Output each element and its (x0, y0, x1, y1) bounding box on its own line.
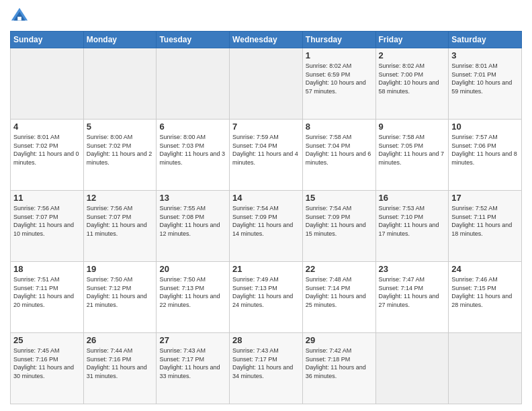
calendar-cell (375, 333, 449, 404)
day-info: Sunrise: 7:47 AM Sunset: 7:14 PM Dayligh… (379, 275, 446, 309)
calendar-cell: 1Sunrise: 8:02 AM Sunset: 6:59 PM Daylig… (302, 48, 375, 120)
day-info: Sunrise: 7:56 AM Sunset: 7:07 PM Dayligh… (87, 204, 154, 238)
day-number: 28 (232, 335, 300, 345)
calendar-cell (449, 333, 522, 404)
day-info: Sunrise: 7:50 AM Sunset: 7:13 PM Dayligh… (159, 275, 226, 309)
day-number: 23 (379, 264, 446, 274)
calendar-cell: 7Sunrise: 7:59 AM Sunset: 7:04 PM Daylig… (230, 120, 303, 191)
day-number: 15 (306, 193, 373, 203)
calendar-day-header: Tuesday (157, 32, 230, 48)
calendar-day-header: Friday (375, 32, 449, 48)
day-number: 11 (13, 193, 81, 203)
day-info: Sunrise: 7:51 AM Sunset: 7:11 PM Dayligh… (13, 275, 81, 309)
calendar-table: SundayMondayTuesdayWednesdayThursdayFrid… (10, 31, 522, 404)
calendar-cell (11, 48, 84, 120)
day-number: 20 (159, 264, 226, 274)
day-number: 6 (159, 122, 226, 132)
calendar-cell: 8Sunrise: 7:58 AM Sunset: 7:04 PM Daylig… (302, 120, 375, 191)
header (10, 7, 522, 26)
calendar-day-header: Monday (83, 32, 157, 48)
day-number: 5 (87, 122, 154, 132)
day-number: 9 (379, 122, 446, 132)
day-info: Sunrise: 7:46 AM Sunset: 7:15 PM Dayligh… (451, 275, 519, 309)
svg-rect-2 (17, 17, 21, 21)
day-number: 18 (13, 264, 81, 274)
calendar-cell: 22Sunrise: 7:48 AM Sunset: 7:14 PM Dayli… (302, 262, 375, 333)
day-info: Sunrise: 7:48 AM Sunset: 7:14 PM Dayligh… (306, 275, 373, 309)
day-info: Sunrise: 7:57 AM Sunset: 7:06 PM Dayligh… (451, 133, 519, 167)
day-info: Sunrise: 7:58 AM Sunset: 7:05 PM Dayligh… (379, 133, 446, 167)
calendar-cell: 26Sunrise: 7:44 AM Sunset: 7:16 PM Dayli… (83, 333, 157, 404)
calendar-day-header: Saturday (449, 32, 522, 48)
day-number: 1 (306, 50, 373, 60)
calendar-week-row: 4Sunrise: 8:01 AM Sunset: 7:02 PM Daylig… (11, 120, 522, 191)
calendar-cell: 15Sunrise: 7:54 AM Sunset: 7:09 PM Dayli… (302, 191, 375, 262)
day-number: 8 (306, 122, 373, 132)
day-info: Sunrise: 7:44 AM Sunset: 7:16 PM Dayligh… (87, 347, 154, 380)
calendar-cell: 12Sunrise: 7:56 AM Sunset: 7:07 PM Dayli… (83, 191, 157, 262)
day-number: 16 (379, 193, 446, 203)
day-number: 24 (451, 264, 519, 274)
day-info: Sunrise: 7:43 AM Sunset: 7:17 PM Dayligh… (232, 347, 300, 380)
calendar-cell: 17Sunrise: 7:52 AM Sunset: 7:11 PM Dayli… (449, 191, 522, 262)
day-info: Sunrise: 7:53 AM Sunset: 7:10 PM Dayligh… (379, 204, 446, 238)
day-info: Sunrise: 8:01 AM Sunset: 7:01 PM Dayligh… (451, 62, 519, 95)
day-number: 12 (87, 193, 154, 203)
day-number: 27 (159, 335, 226, 345)
day-number: 13 (159, 193, 226, 203)
calendar-day-header: Sunday (11, 32, 84, 48)
calendar-day-header: Thursday (302, 32, 375, 48)
day-number: 14 (232, 193, 300, 203)
calendar-cell: 2Sunrise: 8:02 AM Sunset: 7:00 PM Daylig… (375, 48, 449, 120)
day-info: Sunrise: 7:54 AM Sunset: 7:09 PM Dayligh… (232, 204, 300, 238)
calendar-week-row: 25Sunrise: 7:45 AM Sunset: 7:16 PM Dayli… (11, 333, 522, 404)
calendar-cell: 3Sunrise: 8:01 AM Sunset: 7:01 PM Daylig… (449, 48, 522, 120)
day-info: Sunrise: 7:52 AM Sunset: 7:11 PM Dayligh… (451, 204, 519, 238)
calendar-cell (83, 48, 157, 120)
calendar-cell: 23Sunrise: 7:47 AM Sunset: 7:14 PM Dayli… (375, 262, 449, 333)
calendar-cell: 5Sunrise: 8:00 AM Sunset: 7:02 PM Daylig… (83, 120, 157, 191)
calendar-cell: 28Sunrise: 7:43 AM Sunset: 7:17 PM Dayli… (230, 333, 303, 404)
calendar-cell: 29Sunrise: 7:42 AM Sunset: 7:18 PM Dayli… (302, 333, 375, 404)
day-info: Sunrise: 8:01 AM Sunset: 7:02 PM Dayligh… (13, 133, 81, 167)
logo-icon (10, 7, 29, 26)
day-number: 25 (13, 335, 81, 345)
calendar-cell: 20Sunrise: 7:50 AM Sunset: 7:13 PM Dayli… (157, 262, 230, 333)
calendar-cell (157, 48, 230, 120)
calendar-cell: 18Sunrise: 7:51 AM Sunset: 7:11 PM Dayli… (11, 262, 84, 333)
page: SundayMondayTuesdayWednesdayThursdayFrid… (0, 0, 532, 411)
day-number: 10 (451, 122, 519, 132)
day-number: 26 (87, 335, 154, 345)
day-number: 3 (451, 50, 519, 60)
day-info: Sunrise: 7:42 AM Sunset: 7:18 PM Dayligh… (306, 347, 373, 380)
calendar-cell: 27Sunrise: 7:43 AM Sunset: 7:17 PM Dayli… (157, 333, 230, 404)
calendar-cell: 24Sunrise: 7:46 AM Sunset: 7:15 PM Dayli… (449, 262, 522, 333)
day-info: Sunrise: 7:58 AM Sunset: 7:04 PM Dayligh… (306, 133, 373, 167)
calendar-week-row: 18Sunrise: 7:51 AM Sunset: 7:11 PM Dayli… (11, 262, 522, 333)
day-number: 2 (379, 50, 446, 60)
day-number: 17 (451, 193, 519, 203)
calendar-cell (230, 48, 303, 120)
calendar-cell: 4Sunrise: 8:01 AM Sunset: 7:02 PM Daylig… (11, 120, 84, 191)
day-info: Sunrise: 8:00 AM Sunset: 7:02 PM Dayligh… (87, 133, 154, 167)
calendar-week-row: 1Sunrise: 8:02 AM Sunset: 6:59 PM Daylig… (11, 48, 522, 120)
day-info: Sunrise: 7:56 AM Sunset: 7:07 PM Dayligh… (13, 204, 81, 238)
calendar-cell: 21Sunrise: 7:49 AM Sunset: 7:13 PM Dayli… (230, 262, 303, 333)
calendar-week-row: 11Sunrise: 7:56 AM Sunset: 7:07 PM Dayli… (11, 191, 522, 262)
calendar-cell: 25Sunrise: 7:45 AM Sunset: 7:16 PM Dayli… (11, 333, 84, 404)
day-info: Sunrise: 7:55 AM Sunset: 7:08 PM Dayligh… (159, 204, 226, 238)
day-number: 4 (13, 122, 81, 132)
day-info: Sunrise: 8:02 AM Sunset: 7:00 PM Dayligh… (379, 62, 446, 95)
day-number: 29 (306, 335, 373, 345)
day-info: Sunrise: 8:00 AM Sunset: 7:03 PM Dayligh… (159, 133, 226, 167)
calendar-header-row: SundayMondayTuesdayWednesdayThursdayFrid… (11, 32, 522, 48)
logo (10, 7, 32, 26)
calendar-cell: 6Sunrise: 8:00 AM Sunset: 7:03 PM Daylig… (157, 120, 230, 191)
day-number: 21 (232, 264, 300, 274)
calendar-cell: 16Sunrise: 7:53 AM Sunset: 7:10 PM Dayli… (375, 191, 449, 262)
day-info: Sunrise: 7:50 AM Sunset: 7:12 PM Dayligh… (87, 275, 154, 309)
calendar-cell: 9Sunrise: 7:58 AM Sunset: 7:05 PM Daylig… (375, 120, 449, 191)
calendar-cell: 13Sunrise: 7:55 AM Sunset: 7:08 PM Dayli… (157, 191, 230, 262)
calendar-cell: 10Sunrise: 7:57 AM Sunset: 7:06 PM Dayli… (449, 120, 522, 191)
calendar-day-header: Wednesday (230, 32, 303, 48)
